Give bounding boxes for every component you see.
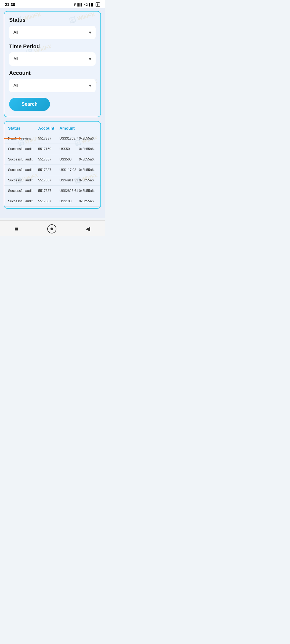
account-select-value: All [13,83,18,88]
cell-amount: US$4911.31 [59,178,79,182]
table-row[interactable]: Successful audit 5517387 US$2825.61 0x3b… [4,186,100,196]
time-period-filter-section: Time Period All ▾ [9,43,96,66]
search-button[interactable]: Search [9,98,50,111]
status-icons: R▐▌▌ 4G▐▐▌ 6 [74,2,100,7]
cell-address: 0x3b55a6... [79,199,97,203]
cell-address: 0x3b55a6... [79,137,97,140]
back-button[interactable]: ◀ [86,225,90,232]
cell-status: Successful audit [8,199,38,203]
header-account: Account [38,126,59,130]
time: 21:38 [5,2,15,7]
cell-account: 5517387 [38,189,59,193]
cell-amount: US$50 [59,147,79,151]
account-label: Account [9,70,96,76]
home-button[interactable] [47,224,56,233]
cell-account: 5517150 [38,147,59,151]
cell-status: Successful audit [8,168,38,172]
battery-icon: 6 [96,2,100,7]
cell-account: 5517387 [38,178,59,182]
time-period-label: Time Period [9,43,96,50]
table-row[interactable]: Pending review 5517387 US$31868.7 0x3b55… [4,133,100,144]
status-label: Status [9,17,96,23]
account-filter-section: Account All ▾ [9,70,96,92]
cell-amount: US$31868.7 [59,137,79,140]
table-header: Status Account Amount [4,126,100,133]
cell-amount: US$2825.61 [59,189,79,193]
status-bar: 21:38 R▐▌▌ 4G▐▐▌ 6 [0,0,105,8]
stop-button[interactable]: ■ [15,225,18,232]
table-row[interactable]: Successful audit 5517387 US$4911.31 0x3b… [4,175,100,186]
table-row[interactable]: Successful audit 5517150 US$50 0x3b55a6.… [4,144,100,154]
table-body: Pending review 5517387 US$31868.7 0x3b55… [4,133,100,207]
filter-card: 🔄 WikiFX 🔄 WikiFX 🔄 WikiFX 🔄 WikiFX 🔄 Wi… [4,11,101,117]
time-period-select[interactable]: All ▾ [9,52,96,66]
nav-bar: ■ ◀ [0,220,105,236]
cell-status: Successful audit [8,178,38,182]
status-select[interactable]: All ▾ [9,26,96,39]
cell-amount: US$500 [59,158,79,161]
header-status: Status [8,126,38,130]
table-row[interactable]: Successful audit 5517387 US$500 0x3b55a6… [4,154,100,165]
signal-icon: R▐▌▌ [74,3,82,6]
cell-address: 0x3b55a6... [79,147,97,151]
cell-account: 5517387 [38,137,59,140]
orange-arrow-indicator [4,138,19,139]
network-icon: 4G▐▐▌ [84,3,94,6]
cell-amount: US$117.93 [59,168,79,172]
status-select-value: All [13,30,18,35]
table-row[interactable]: Successful audit 5517387 US$100 0x3b55a6… [4,196,100,207]
time-period-select-value: All [13,57,18,61]
time-period-chevron-icon: ▾ [89,56,91,62]
account-chevron-icon: ▾ [89,83,91,89]
cell-account: 5517387 [38,199,59,203]
results-card: 🔄 WikiFX 🔄 WikiFX 🔄 WikiFX 🔄 WikiFX 🔄 Wi… [4,121,101,209]
status-filter-section: Status All ▾ [9,17,96,39]
cell-status: Successful audit [8,189,38,193]
cell-address: 0x3b55a6... [79,168,97,172]
cell-address: 0x3b55a6... [79,178,97,182]
cell-status: Successful audit [8,158,38,161]
account-select[interactable]: All ▾ [9,79,96,92]
header-amount: Amount [59,126,79,130]
cell-account: 5517387 [38,158,59,161]
main-content: 🔄 WikiFX 🔄 WikiFX 🔄 WikiFX 🔄 WikiFX 🔄 Wi… [0,8,105,218]
cell-address: 0x3b55a6... [79,158,97,161]
status-chevron-icon: ▾ [89,30,91,35]
cell-status: Successful audit [8,147,38,151]
cell-address: 0x3b55a6... [79,189,97,193]
table-row[interactable]: Successful audit 5517387 US$117.93 0x3b5… [4,165,100,175]
cell-account: 5517387 [38,168,59,172]
cell-amount: US$100 [59,199,79,203]
